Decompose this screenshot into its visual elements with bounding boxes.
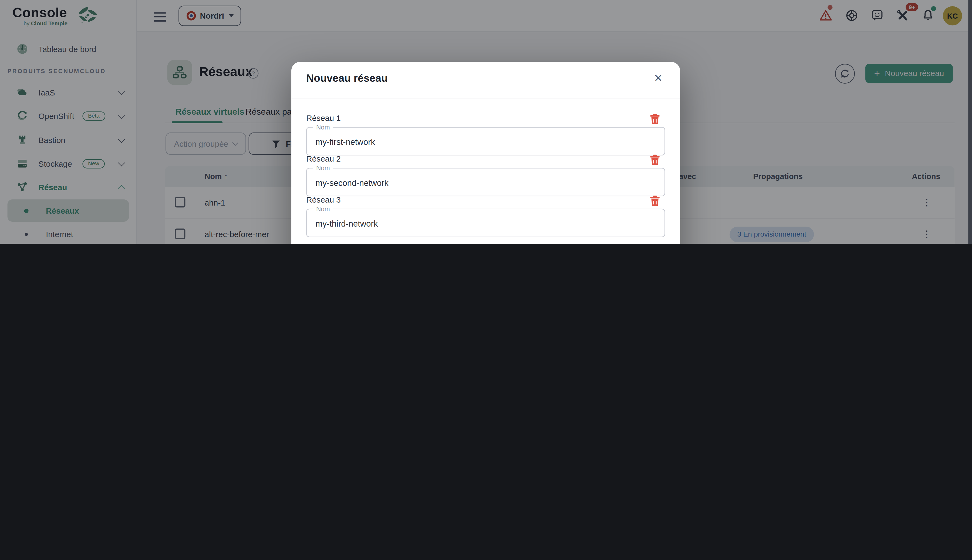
modal-header-divider: [291, 98, 680, 98]
network-2-name-input[interactable]: [314, 168, 651, 197]
network-2-label: Réseau 2: [306, 154, 341, 163]
modal-title: Nouveau réseau: [306, 73, 388, 85]
delete-network-3-icon[interactable]: [650, 195, 660, 206]
app-root: Nordri 9+ KC Console by Cloud Templ: [0, 0, 972, 244]
network-3-name-field: Nom: [306, 209, 665, 237]
network-3-name-input[interactable]: [314, 209, 651, 238]
delete-network-1-icon[interactable]: [650, 113, 660, 124]
network-1-name-field: Nom: [306, 127, 665, 156]
network-2-name-field: Nom: [306, 168, 665, 197]
delete-network-2-icon[interactable]: [650, 154, 660, 165]
new-network-modal: Nouveau réseau ✕ Réseau 1 Nom Réseau 2 N…: [291, 62, 680, 244]
network-1-name-input[interactable]: [314, 128, 651, 156]
close-icon[interactable]: ✕: [654, 72, 663, 85]
network-3-label: Réseau 3: [306, 195, 341, 204]
network-1-label: Réseau 1: [306, 113, 341, 122]
page-scrollbar[interactable]: [968, 0, 972, 244]
